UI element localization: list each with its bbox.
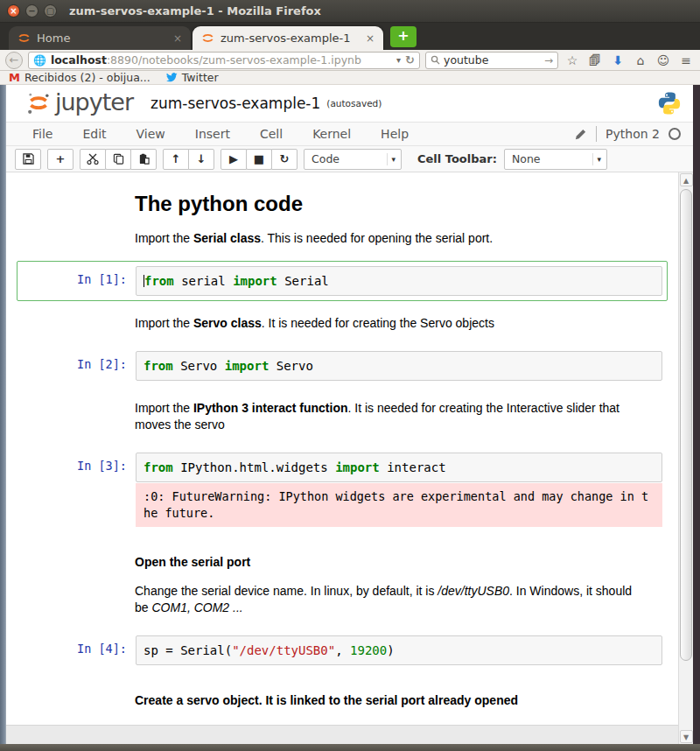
notebook-content: The python code Import the Serial class.… [6, 172, 678, 725]
menu-view[interactable]: View [136, 127, 165, 141]
copy-cell-button[interactable] [105, 149, 131, 170]
code-cell-2[interactable]: In [2]: from Servo import Servo [17, 346, 668, 386]
search-input[interactable]: youtube [444, 53, 541, 67]
stderr-output: :0: FutureWarning: IPython widgets are e… [136, 483, 662, 527]
url-text[interactable]: localhost:8890/notebooks/zum-servos-exam… [51, 53, 392, 67]
notebook-menubar: File Edit View Insert Cell Kernel Help P… [6, 122, 693, 146]
run-cell-button[interactable]: ▶ [220, 149, 247, 170]
jupyter-tab-icon [201, 32, 214, 45]
markdown-cell[interactable]: Import the IPython 3 interact function. … [135, 400, 634, 433]
bookmarks-bar: M Recibidos (2) - obijua... Twitter [0, 71, 700, 85]
cell-toolbar-label: Cell Toolbar: [417, 152, 497, 165]
bookmark-twitter[interactable]: Twitter [166, 71, 219, 84]
window-titlebar[interactable]: × − ▢ zum-servos-example-1 - Mozilla Fir… [0, 0, 700, 23]
jupyter-logo-icon[interactable] [25, 90, 52, 116]
page-background [6, 725, 678, 744]
markdown-heading[interactable]: Create a servo object. It is linked to t… [135, 693, 634, 707]
new-tab-button[interactable]: + [390, 26, 416, 47]
code-input[interactable]: from Servo import Servo [136, 351, 662, 381]
pocket-icon[interactable]: ☺ [654, 53, 672, 67]
python-logo-icon [656, 90, 682, 116]
window-minimize-icon[interactable]: − [25, 4, 38, 18]
jupyter-page: jupyter zum-servos-example-1 (autosaved)… [6, 85, 693, 744]
jupyter-tab-icon [18, 32, 31, 45]
markdown-cell[interactable]: Change the serial device name. In linux,… [135, 583, 634, 616]
url-bar[interactable]: 🌐 localhost:8890/notebooks/zum-servos-ex… [28, 52, 420, 69]
kernel-separator [596, 126, 597, 142]
bookmark-gmail-label: Recibidos (2) - obijua... [24, 71, 150, 84]
scroll-up-icon[interactable]: ▲ [680, 173, 693, 186]
input-prompt: In [1]: [22, 266, 136, 286]
bookmarks-list-icon[interactable]: 🗐 [586, 53, 604, 67]
search-go-icon[interactable]: → [544, 54, 553, 67]
tab-home[interactable]: Home × [9, 26, 191, 50]
scrollbar-thumb[interactable] [680, 189, 692, 661]
tab-home-close-icon[interactable]: × [173, 32, 182, 45]
bookmark-gmail[interactable]: M Recibidos (2) - obijua... [9, 71, 150, 84]
add-cell-button[interactable]: + [47, 149, 74, 170]
jupyter-header: jupyter zum-servos-example-1 (autosaved) [6, 85, 693, 122]
notebook-title[interactable]: zum-servos-example-1 [150, 95, 320, 112]
paste-icon [138, 153, 150, 165]
tab-notebook-close-icon[interactable]: × [366, 32, 374, 45]
cell-toolbar-value: None [512, 152, 580, 165]
code-cell-1[interactable]: In [1]: from serial import Serial [17, 261, 668, 301]
cell-toolbar-select[interactable]: None ▾ [504, 149, 607, 170]
navigation-toolbar: ← 🌐 localhost:8890/notebooks/zum-servos-… [0, 50, 700, 71]
code-cell-3[interactable]: In [3]: from IPython.html.widgets import… [17, 447, 668, 532]
restart-kernel-button[interactable]: ↻ [271, 149, 298, 170]
code-input[interactable]: sp = Serial("/dev/ttyUSB0", 19200) [136, 635, 662, 665]
menu-cell[interactable]: Cell [260, 127, 283, 141]
save-button[interactable] [15, 149, 41, 170]
vertical-scrollbar[interactable]: ▲ ▼ [678, 172, 693, 744]
url-path: :8890/notebooks/zum-servos-example-1.ipy… [107, 53, 361, 67]
home-icon[interactable]: ⌂ [632, 53, 649, 67]
kernel-name: Python 2 [606, 127, 660, 141]
input-prompt: In [3]: [22, 453, 136, 473]
menu-file[interactable]: File [32, 127, 52, 141]
input-prompt: In [2]: [22, 351, 136, 371]
markdown-cell[interactable]: Import the Servo class. It is needed for… [135, 315, 634, 332]
cell-type-value: Code [312, 152, 374, 165]
firefox-window: × − ▢ zum-servos-example-1 - Mozilla Fir… [0, 0, 700, 751]
move-cell-up-button[interactable]: ↑ [163, 149, 189, 170]
window-right-edge [693, 85, 700, 744]
gmail-icon: M [9, 71, 20, 84]
scroll-down-icon[interactable]: ▼ [680, 730, 693, 743]
window-close-icon[interactable]: × [7, 4, 20, 18]
code-input[interactable]: from serial import Serial [136, 266, 662, 296]
tab-notebook[interactable]: zum-servos-example-1 × [192, 26, 383, 50]
markdown-heading[interactable]: Open the serial port [135, 555, 634, 569]
window-maximize-icon[interactable]: ▢ [44, 4, 57, 18]
scissors-icon [87, 153, 99, 165]
kernel-status-icon [668, 128, 681, 140]
jupyter-logo-text[interactable]: jupyter [55, 88, 133, 116]
downloads-icon[interactable]: ⬇ [609, 53, 626, 67]
menu-hamburger-icon[interactable]: ≡ [677, 53, 695, 67]
window-title: zum-servos-example-1 - Mozilla Firefox [69, 4, 321, 18]
markdown-cell[interactable]: Import the Serial class. This is needed … [135, 230, 634, 247]
move-cell-down-button[interactable]: ↓ [188, 149, 214, 170]
bookmark-twitter-label: Twitter [182, 71, 219, 84]
globe-icon: 🌐 [33, 54, 46, 67]
cell-type-select[interactable]: Code ▾ [304, 149, 402, 170]
menu-insert[interactable]: Insert [195, 127, 230, 141]
interrupt-kernel-button[interactable]: ■ [246, 149, 272, 170]
bookmark-star-icon[interactable]: ☆ [564, 53, 581, 67]
menu-help[interactable]: Help [381, 127, 409, 141]
url-dropdown-icon[interactable]: ▾ [396, 55, 401, 65]
save-floppy-icon [23, 153, 34, 165]
code-input[interactable]: from IPython.html.widgets import interac… [136, 453, 662, 482]
markdown-heading[interactable]: The python code [135, 192, 634, 216]
code-cell-4[interactable]: In [4]: sp = Serial("/dev/ttyUSB0", 1920… [17, 630, 668, 670]
menu-kernel[interactable]: Kernel [312, 127, 351, 141]
scrollbar-track[interactable] [679, 187, 693, 729]
cut-cell-button[interactable] [80, 149, 106, 170]
reload-icon[interactable]: ↻ [405, 53, 415, 67]
paste-cell-button[interactable] [130, 149, 157, 170]
url-host: localhost [51, 53, 107, 67]
search-icon [430, 55, 440, 65]
back-button[interactable]: ← [5, 52, 23, 69]
search-bar[interactable]: youtube → [425, 52, 558, 69]
menu-edit[interactable]: Edit [82, 127, 106, 141]
